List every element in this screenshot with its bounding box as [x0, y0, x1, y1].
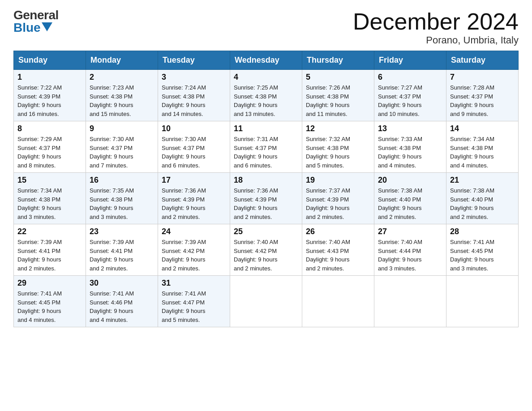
- day-info: Sunrise: 7:28 AMSunset: 4:37 PMDaylight:…: [450, 83, 515, 118]
- day-number: 23: [90, 227, 154, 236]
- title-block: December 2024 Porano, Umbria, Italy: [353, 9, 519, 46]
- calendar-cell: 5Sunrise: 7:26 AMSunset: 4:38 PMDaylight…: [302, 70, 374, 121]
- day-number: 19: [306, 176, 370, 185]
- day-number: 13: [378, 124, 442, 133]
- weekday-header-sunday: Sunday: [14, 51, 86, 70]
- day-number: 22: [17, 227, 82, 236]
- day-info: Sunrise: 7:26 AMSunset: 4:38 PMDaylight:…: [306, 83, 370, 118]
- day-info: Sunrise: 7:22 AMSunset: 4:39 PMDaylight:…: [17, 83, 82, 118]
- day-number: 9: [90, 124, 154, 133]
- day-number: 16: [90, 176, 154, 185]
- calendar-cell: 12Sunrise: 7:32 AMSunset: 4:38 PMDayligh…: [302, 121, 374, 173]
- calendar-cell: [374, 276, 446, 327]
- day-number: 24: [162, 227, 226, 236]
- day-number: 20: [378, 176, 442, 185]
- calendar-cell: 11Sunrise: 7:31 AMSunset: 4:37 PMDayligh…: [230, 121, 302, 173]
- day-number: 26: [306, 227, 370, 236]
- logo-general: General: [13, 9, 59, 21]
- weekday-header-row: SundayMondayTuesdayWednesdayThursdayFrid…: [14, 51, 519, 70]
- day-number: 30: [90, 278, 154, 288]
- weekday-header-thursday: Thursday: [302, 51, 374, 70]
- day-info: Sunrise: 7:29 AMSunset: 4:37 PMDaylight:…: [17, 135, 82, 170]
- day-number: 12: [306, 124, 370, 133]
- day-number: 5: [306, 73, 370, 82]
- day-info: Sunrise: 7:25 AMSunset: 4:38 PMDaylight:…: [234, 83, 298, 118]
- day-number: 27: [378, 227, 442, 236]
- day-info: Sunrise: 7:38 AMSunset: 4:40 PMDaylight:…: [450, 186, 515, 221]
- day-info: Sunrise: 7:39 AMSunset: 4:42 PMDaylight:…: [162, 238, 226, 273]
- day-info: Sunrise: 7:34 AMSunset: 4:38 PMDaylight:…: [17, 186, 82, 221]
- day-number: 28: [450, 227, 515, 236]
- calendar-cell: 1Sunrise: 7:22 AMSunset: 4:39 PMDaylight…: [14, 70, 86, 121]
- day-info: Sunrise: 7:41 AMSunset: 4:47 PMDaylight:…: [162, 289, 226, 324]
- day-info: Sunrise: 7:40 AMSunset: 4:43 PMDaylight:…: [306, 238, 370, 273]
- day-number: 2: [90, 73, 154, 82]
- logo-blue: Blue: [13, 21, 59, 34]
- calendar-cell: 16Sunrise: 7:35 AMSunset: 4:38 PMDayligh…: [86, 173, 158, 224]
- calendar-cell: 10Sunrise: 7:30 AMSunset: 4:37 PMDayligh…: [158, 121, 230, 173]
- weekday-header-friday: Friday: [374, 51, 446, 70]
- day-info: Sunrise: 7:37 AMSunset: 4:39 PMDaylight:…: [306, 186, 370, 221]
- calendar-cell: 3Sunrise: 7:24 AMSunset: 4:38 PMDaylight…: [158, 70, 230, 121]
- day-info: Sunrise: 7:38 AMSunset: 4:40 PMDaylight:…: [378, 186, 442, 221]
- day-info: Sunrise: 7:35 AMSunset: 4:38 PMDaylight:…: [90, 186, 154, 221]
- day-info: Sunrise: 7:41 AMSunset: 4:45 PMDaylight:…: [17, 289, 82, 324]
- calendar-cell: [302, 276, 374, 327]
- day-info: Sunrise: 7:23 AMSunset: 4:38 PMDaylight:…: [90, 83, 154, 118]
- day-number: 29: [17, 278, 82, 288]
- day-number: 1: [17, 73, 82, 82]
- day-info: Sunrise: 7:30 AMSunset: 4:37 PMDaylight:…: [90, 135, 154, 170]
- calendar-cell: 15Sunrise: 7:34 AMSunset: 4:38 PMDayligh…: [14, 173, 86, 224]
- day-info: Sunrise: 7:30 AMSunset: 4:37 PMDaylight:…: [162, 135, 226, 170]
- logo: General Blue: [13, 9, 59, 34]
- day-info: Sunrise: 7:41 AMSunset: 4:45 PMDaylight:…: [450, 238, 515, 273]
- month-year-title: December 2024: [353, 9, 519, 34]
- calendar-cell: 6Sunrise: 7:27 AMSunset: 4:37 PMDaylight…: [374, 70, 446, 121]
- calendar-cell: 26Sunrise: 7:40 AMSunset: 4:43 PMDayligh…: [302, 224, 374, 276]
- day-info: Sunrise: 7:40 AMSunset: 4:42 PMDaylight:…: [234, 238, 298, 273]
- weekday-header-wednesday: Wednesday: [230, 51, 302, 70]
- calendar-cell: 28Sunrise: 7:41 AMSunset: 4:45 PMDayligh…: [446, 224, 519, 276]
- day-info: Sunrise: 7:33 AMSunset: 4:38 PMDaylight:…: [378, 135, 442, 170]
- calendar-cell: 8Sunrise: 7:29 AMSunset: 4:37 PMDaylight…: [14, 121, 86, 173]
- day-info: Sunrise: 7:27 AMSunset: 4:37 PMDaylight:…: [378, 83, 442, 118]
- calendar-cell: 4Sunrise: 7:25 AMSunset: 4:38 PMDaylight…: [230, 70, 302, 121]
- calendar-week-row: 1Sunrise: 7:22 AMSunset: 4:39 PMDaylight…: [14, 70, 519, 121]
- calendar-cell: 23Sunrise: 7:39 AMSunset: 4:41 PMDayligh…: [86, 224, 158, 276]
- day-number: 11: [234, 124, 298, 133]
- calendar-cell: 17Sunrise: 7:36 AMSunset: 4:39 PMDayligh…: [158, 173, 230, 224]
- calendar-week-row: 29Sunrise: 7:41 AMSunset: 4:45 PMDayligh…: [14, 276, 519, 327]
- location-subtitle: Porano, Umbria, Italy: [353, 34, 519, 46]
- day-number: 15: [17, 176, 82, 185]
- calendar-cell: 21Sunrise: 7:38 AMSunset: 4:40 PMDayligh…: [446, 173, 519, 224]
- day-number: 10: [162, 124, 226, 133]
- calendar-cell: 30Sunrise: 7:41 AMSunset: 4:46 PMDayligh…: [86, 276, 158, 327]
- calendar-cell: 31Sunrise: 7:41 AMSunset: 4:47 PMDayligh…: [158, 276, 230, 327]
- page-header: General Blue December 2024 Porano, Umbri…: [13, 9, 519, 46]
- calendar-cell: 14Sunrise: 7:34 AMSunset: 4:38 PMDayligh…: [446, 121, 519, 173]
- weekday-header-monday: Monday: [86, 51, 158, 70]
- day-info: Sunrise: 7:31 AMSunset: 4:37 PMDaylight:…: [234, 135, 298, 170]
- calendar-cell: 9Sunrise: 7:30 AMSunset: 4:37 PMDaylight…: [86, 121, 158, 173]
- day-number: 25: [234, 227, 298, 236]
- calendar-cell: 13Sunrise: 7:33 AMSunset: 4:38 PMDayligh…: [374, 121, 446, 173]
- day-info: Sunrise: 7:36 AMSunset: 4:39 PMDaylight:…: [234, 186, 298, 221]
- day-number: 14: [450, 124, 515, 133]
- day-info: Sunrise: 7:24 AMSunset: 4:38 PMDaylight:…: [162, 83, 226, 118]
- calendar-week-row: 8Sunrise: 7:29 AMSunset: 4:37 PMDaylight…: [14, 121, 519, 173]
- day-number: 31: [162, 278, 226, 288]
- calendar-cell: 20Sunrise: 7:38 AMSunset: 4:40 PMDayligh…: [374, 173, 446, 224]
- calendar-cell: 25Sunrise: 7:40 AMSunset: 4:42 PMDayligh…: [230, 224, 302, 276]
- day-number: 21: [450, 176, 515, 185]
- calendar-cell: 24Sunrise: 7:39 AMSunset: 4:42 PMDayligh…: [158, 224, 230, 276]
- day-info: Sunrise: 7:41 AMSunset: 4:46 PMDaylight:…: [90, 289, 154, 324]
- calendar-week-row: 15Sunrise: 7:34 AMSunset: 4:38 PMDayligh…: [14, 173, 519, 224]
- day-number: 17: [162, 176, 226, 185]
- calendar-cell: 27Sunrise: 7:40 AMSunset: 4:44 PMDayligh…: [374, 224, 446, 276]
- calendar-cell: [446, 276, 519, 327]
- logo-triangle-icon: [42, 22, 52, 31]
- day-info: Sunrise: 7:39 AMSunset: 4:41 PMDaylight:…: [90, 238, 154, 273]
- calendar-cell: 22Sunrise: 7:39 AMSunset: 4:41 PMDayligh…: [14, 224, 86, 276]
- calendar-cell: 29Sunrise: 7:41 AMSunset: 4:45 PMDayligh…: [14, 276, 86, 327]
- day-number: 8: [17, 124, 82, 133]
